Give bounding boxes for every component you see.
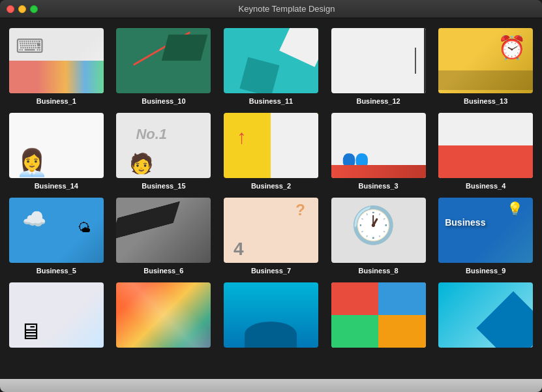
template-label-business2: Business_2 bbox=[251, 182, 291, 190]
template-item-business10[interactable]: Business_10 bbox=[114, 28, 214, 105]
app-window: Keynote Template Design Business_1Busine… bbox=[0, 0, 542, 392]
template-label-business5: Business_5 bbox=[37, 267, 76, 275]
thumbnail-business6 bbox=[116, 198, 211, 263]
traffic-lights bbox=[7, 5, 38, 13]
template-label-business12: Business_12 bbox=[356, 97, 400, 105]
thumbnail-row4e bbox=[438, 282, 533, 348]
thumbnail-business7 bbox=[224, 198, 318, 263]
template-item-business7[interactable]: Business_7 bbox=[221, 198, 321, 275]
template-label-business8: Business_8 bbox=[359, 267, 399, 275]
thumbnail-row4d bbox=[331, 282, 426, 348]
template-item-business11[interactable]: Business_11 bbox=[221, 28, 321, 105]
template-item-business14[interactable]: Business_14 bbox=[7, 113, 106, 190]
template-label-business14: Business_14 bbox=[35, 182, 78, 190]
template-item-row4a[interactable] bbox=[7, 282, 106, 352]
thumbnail-row4c bbox=[224, 282, 318, 348]
template-label-business3: Business_3 bbox=[359, 182, 399, 190]
thumbnail-row4a bbox=[9, 282, 104, 348]
template-item-row4e[interactable] bbox=[436, 282, 535, 352]
template-item-business8[interactable]: Business_8 bbox=[329, 198, 429, 275]
template-item-business6[interactable]: Business_6 bbox=[114, 198, 214, 275]
minimize-button[interactable] bbox=[18, 5, 26, 13]
thumbnail-business2 bbox=[224, 113, 318, 178]
template-item-business9[interactable]: Business_9 bbox=[436, 198, 535, 275]
template-item-business2[interactable]: Business_2 bbox=[221, 113, 321, 190]
thumbnail-business14 bbox=[9, 113, 104, 178]
thumbnail-business9 bbox=[438, 198, 533, 263]
maximize-button[interactable] bbox=[30, 5, 38, 13]
template-label-business7: Business_7 bbox=[251, 267, 291, 275]
window-title: Keynote Template Design bbox=[38, 4, 535, 14]
template-item-business12[interactable]: Business_12 bbox=[329, 28, 429, 105]
template-label-business11: Business_11 bbox=[249, 97, 293, 105]
template-item-business4[interactable]: Business_4 bbox=[436, 113, 535, 190]
template-item-business5[interactable]: Business_5 bbox=[7, 198, 106, 275]
template-item-business15[interactable]: Business_15 bbox=[114, 113, 214, 190]
template-item-row4c[interactable] bbox=[221, 282, 321, 352]
template-label-business15: Business_15 bbox=[142, 182, 185, 190]
template-item-row4b[interactable] bbox=[114, 282, 214, 352]
template-label-business10: Business_10 bbox=[142, 97, 185, 105]
thumbnail-business8 bbox=[331, 198, 426, 263]
template-item-business1[interactable]: Business_1 bbox=[7, 28, 106, 105]
close-button[interactable] bbox=[7, 5, 14, 13]
thumbnail-business10 bbox=[116, 28, 211, 93]
thumbnail-business3 bbox=[331, 113, 426, 178]
template-label-business1: Business_1 bbox=[37, 97, 76, 105]
template-label-business9: Business_9 bbox=[466, 267, 505, 275]
template-grid-container[interactable]: Business_1Business_10Business_11Business… bbox=[0, 18, 542, 379]
thumbnail-business5 bbox=[9, 198, 104, 263]
template-label-business4: Business_4 bbox=[466, 182, 505, 190]
template-item-business3[interactable]: Business_3 bbox=[329, 113, 429, 190]
thumbnail-business13 bbox=[438, 28, 533, 93]
thumbnail-business15 bbox=[116, 113, 211, 178]
template-label-business13: Business_13 bbox=[464, 97, 507, 105]
template-grid: Business_1Business_10Business_11Business… bbox=[7, 28, 535, 352]
titlebar: Keynote Template Design bbox=[0, 0, 542, 18]
template-label-business6: Business_6 bbox=[143, 267, 183, 275]
thumbnail-row4b bbox=[116, 282, 211, 348]
thumbnail-business4 bbox=[438, 113, 533, 178]
template-item-business13[interactable]: Business_13 bbox=[436, 28, 535, 105]
thumbnail-business1 bbox=[9, 28, 104, 93]
thumbnail-business12 bbox=[331, 28, 426, 93]
template-item-row4d[interactable] bbox=[329, 282, 429, 352]
thumbnail-business11 bbox=[224, 28, 318, 93]
bottom-bar bbox=[0, 379, 542, 392]
